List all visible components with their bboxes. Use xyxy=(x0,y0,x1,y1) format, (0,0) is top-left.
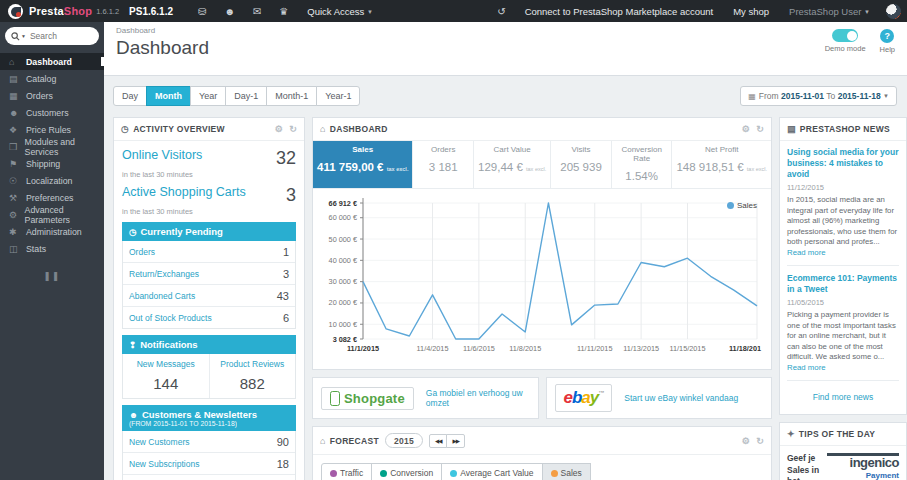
ebay-ad[interactable]: ebay™ Start uw eBay winkel vandaag xyxy=(546,377,773,419)
sidebar-item-catalog[interactable]: ▤Catalog xyxy=(0,70,104,87)
traffic-dot-icon xyxy=(330,470,337,477)
forecast-next-button[interactable]: ▶▶ xyxy=(446,434,464,448)
forecast-toggle-row: Traffic Conversion Average Cart Value Sa… xyxy=(313,455,771,480)
shopgate-ad[interactable]: Shopgate Ga mobiel en verhoog uw omzet xyxy=(312,377,539,419)
range-day-1-button[interactable]: Day-1 xyxy=(225,86,267,106)
achievements-icon[interactable]: ♛ xyxy=(279,6,288,17)
read-more-link[interactable]: Read more xyxy=(787,248,826,257)
pending-out-of-stock-row[interactable]: Out of Stock Products6 xyxy=(123,307,295,328)
date-range-picker[interactable]: ▦From 2015-11-01 To 2015-11-18 ▼ xyxy=(740,86,897,106)
notification-icon: ❢ xyxy=(129,340,136,350)
from-date: 2015-11-01 xyxy=(781,91,824,101)
sidebar-item-administration[interactable]: ✱Administration xyxy=(0,223,104,240)
sidebar-item-localization[interactable]: ☉Localization xyxy=(0,172,104,189)
activity-refresh-icon[interactable]: ↻ xyxy=(289,124,297,134)
sidebar-item-modules[interactable]: ❒Modules and Services xyxy=(0,138,104,155)
sidebar-item-advanced-parameters[interactable]: ⚙Advanced Parameters xyxy=(0,206,104,223)
sidebar: ▼ ⌂Dashboard ▤Catalog ▦Orders ☻Customers… xyxy=(0,22,104,480)
shop-name[interactable]: PS1.6.1.2 xyxy=(129,6,173,17)
search-scope-caret-icon[interactable]: ▼ xyxy=(21,33,26,39)
range-day-button[interactable]: Day xyxy=(113,86,147,106)
news-article-title[interactable]: Ecommerce 101: Payments in a Tweet xyxy=(787,273,899,295)
modules-icon: ❒ xyxy=(9,142,25,152)
forecast-prev-button[interactable]: ◀◀ xyxy=(429,434,447,448)
sidebar-item-dashboard[interactable]: ⌂Dashboard xyxy=(0,53,104,70)
price-rules-icon: ❖ xyxy=(9,125,26,135)
legend-dot-icon xyxy=(727,202,734,209)
range-month-button[interactable]: Month xyxy=(146,86,191,106)
ebay-link[interactable]: Start uw eBay winkel vandaag xyxy=(624,393,738,403)
dashboard-refresh-icon[interactable]: ↻ xyxy=(756,124,764,134)
active-carts-link[interactable]: Active Shopping Carts xyxy=(122,185,246,199)
demo-mode-toggle[interactable] xyxy=(832,29,858,42)
pending-orders-row[interactable]: Orders1 xyxy=(123,241,295,263)
pending-abandoned-carts-row[interactable]: Abandoned Carts43 xyxy=(123,285,295,307)
toggle-conversion[interactable]: Conversion xyxy=(371,463,442,480)
news-panel-title: PRESTASHOP NEWS xyxy=(800,124,890,134)
online-visitors-link[interactable]: Online Visitors xyxy=(122,148,202,162)
user-avatar[interactable] xyxy=(886,4,901,19)
page-header: Dashboard Dashboard Demo mode ? Help xyxy=(104,22,907,76)
demo-mode-control: Demo mode xyxy=(825,29,866,54)
quick-access-menu[interactable]: Quick Access ▼ xyxy=(307,6,373,17)
pending-returns-row[interactable]: Return/Exchanges3 xyxy=(123,263,295,285)
dashboard-settings-icon[interactable]: ⚙ xyxy=(742,124,750,134)
sidebar-item-customers[interactable]: ☻Customers xyxy=(0,104,104,121)
sidebar-collapse-button[interactable]: ❚❚ xyxy=(0,271,104,281)
sidebar-search[interactable]: ▼ xyxy=(5,27,99,45)
brand-wordmark: PrestaShop xyxy=(29,5,92,17)
kpi-cart-value[interactable]: Cart Value129,44 € tax excl. xyxy=(474,141,551,188)
shopgate-link[interactable]: Ga mobiel en verhoog uw omzet xyxy=(426,388,530,408)
kpi-conversion-rate[interactable]: Conversion Rate1.54% xyxy=(612,141,673,188)
sidebar-item-orders[interactable]: ▦Orders xyxy=(0,87,104,104)
kpi-visits[interactable]: Visits205 939 xyxy=(551,141,612,188)
dashboard-panel: ⌂ DASHBOARD ⚙↻ Sales411 759,00 € tax exc… xyxy=(312,117,772,370)
breadcrumb[interactable]: Dashboard xyxy=(116,26,897,35)
ingenico-logo: ingenico Payment services xyxy=(827,453,899,480)
read-more-link[interactable]: Read more xyxy=(787,363,826,372)
sidebar-item-stats[interactable]: ◫Stats xyxy=(0,240,104,257)
forecast-panel-title: FORECAST xyxy=(330,436,379,446)
kpi-orders[interactable]: Orders3 181 xyxy=(413,141,474,188)
range-year-button[interactable]: Year xyxy=(190,86,226,106)
customers-icon[interactable]: ☻ xyxy=(224,6,235,17)
dashboard-panel-icon: ⌂ xyxy=(320,124,326,134)
shopgate-logo: Shopgate xyxy=(321,387,414,410)
sidebar-item-price-rules[interactable]: ❖Price Rules xyxy=(0,121,104,138)
search-icon xyxy=(11,32,20,41)
news-article-title[interactable]: Using social media for your business: 4 … xyxy=(787,147,899,180)
customers-table: New Customers90 New Subscriptions18 Tota… xyxy=(122,431,296,480)
find-more-news-link[interactable]: Find more news xyxy=(787,388,899,408)
chart-legend[interactable]: Sales xyxy=(727,201,757,210)
svg-text:11/18/201: 11/18/201 xyxy=(729,344,761,353)
new-subscriptions-row[interactable]: New Subscriptions18 xyxy=(123,453,295,475)
svg-text:20 000 €: 20 000 € xyxy=(329,298,357,307)
forecast-settings-icon[interactable]: ⚙ xyxy=(742,436,750,446)
range-year-1-button[interactable]: Year-1 xyxy=(316,86,360,106)
news-article-excerpt: In 2015, social media are an integral pa… xyxy=(787,195,899,258)
help-icon[interactable]: ? xyxy=(880,29,894,43)
user-menu[interactable]: PrestaShop User ▼ xyxy=(789,6,870,17)
total-subscribers-row[interactable]: Total Subscribers1308 xyxy=(123,475,295,480)
new-messages-cell[interactable]: New Messages144 xyxy=(123,354,209,398)
my-shop-link[interactable]: My shop xyxy=(733,6,769,17)
toggle-average-cart-value[interactable]: Average Cart Value xyxy=(441,463,542,480)
messages-icon[interactable]: ✉ xyxy=(253,6,261,17)
new-customers-row[interactable]: New Customers90 xyxy=(123,431,295,453)
sidebar-item-shipping[interactable]: ⚑Shipping xyxy=(0,155,104,172)
search-input[interactable] xyxy=(30,31,88,41)
notifications-header: ❢Notifications xyxy=(122,335,296,354)
range-month-1-button[interactable]: Month-1 xyxy=(266,86,317,106)
activity-settings-icon[interactable]: ⚙ xyxy=(275,124,283,134)
svg-text:11/4/2015: 11/4/2015 xyxy=(417,344,449,353)
marketplace-link[interactable]: Connect to PrestaShop Marketplace accoun… xyxy=(525,6,714,17)
toggle-sales[interactable]: Sales xyxy=(542,463,591,480)
sidebar-item-preferences[interactable]: ⚒Preferences xyxy=(0,189,104,206)
kpi-sales[interactable]: Sales411 759,00 € tax excl. xyxy=(313,141,413,188)
cart-icon[interactable]: ⛁ xyxy=(198,6,206,17)
forecast-year[interactable]: 2015 xyxy=(385,433,423,448)
forecast-refresh-icon[interactable]: ↻ xyxy=(756,436,764,446)
toggle-traffic[interactable]: Traffic xyxy=(321,463,372,480)
kpi-net-profit[interactable]: Net Profit148 918,51 € tax excl. xyxy=(672,141,771,188)
product-reviews-cell[interactable]: Product Reviews882 xyxy=(209,354,296,398)
